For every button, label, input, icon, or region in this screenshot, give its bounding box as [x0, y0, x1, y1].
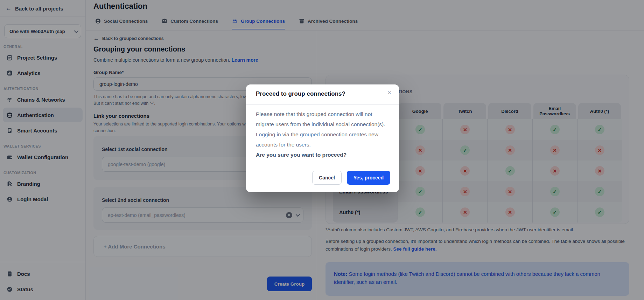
yes-proceed-button[interactable]: Yes, proceed	[347, 171, 390, 185]
app-root: ← Back to all projects One with Web3Auth…	[0, 0, 644, 300]
cancel-button[interactable]: Cancel	[312, 171, 342, 185]
close-icon[interactable]: ✕	[386, 88, 393, 97]
modal-divider-top	[246, 104, 399, 105]
modal-divider-bottom	[246, 165, 399, 165]
modal-title: Proceed to group connections?	[256, 90, 345, 97]
modal-body-text: Please note that this grouped connection…	[256, 109, 388, 150]
confirm-modal: Proceed to group connections? ✕ Please n…	[246, 84, 399, 192]
modal-actions: Cancel Yes, proceed	[312, 171, 390, 185]
modal-confirm-question: Are you sure you want to proceed?	[256, 152, 346, 158]
